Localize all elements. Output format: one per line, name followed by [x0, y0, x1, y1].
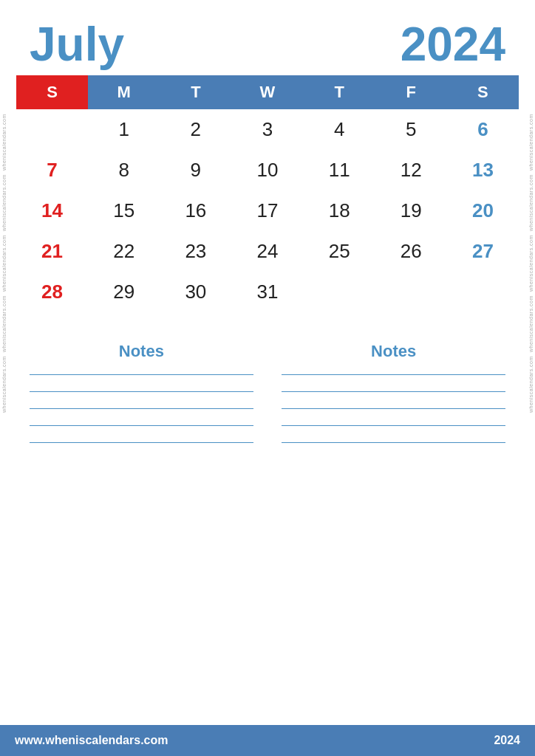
notes-line-l1 — [30, 374, 253, 375]
side-text-right: wheniscalendars.com wheniscalendars.com … — [528, 112, 534, 415]
footer: www.wheniscalendars.com 2024 — [0, 725, 535, 756]
side-week-r5: wheniscalendars.com — [528, 354, 534, 415]
calendar-page: July 2024 wheniscalendars.com wheniscale… — [0, 0, 535, 756]
day-6: 6 — [447, 109, 519, 150]
day-9: 9 — [160, 150, 231, 190]
day-23: 23 — [160, 231, 231, 272]
week-row-4: 21 22 23 24 25 26 27 — [16, 231, 519, 272]
notes-label-left: Notes — [30, 342, 253, 361]
notes-line-r4 — [282, 425, 505, 426]
day-header-row: S M T W T F S — [16, 75, 519, 109]
day-empty-4 — [447, 272, 519, 312]
day-31: 31 — [231, 272, 303, 312]
header-saturday: S — [447, 75, 519, 109]
day-28: 28 — [16, 272, 88, 312]
day-27: 27 — [447, 231, 519, 272]
day-empty — [16, 109, 88, 150]
day-3: 3 — [231, 109, 303, 150]
week-row-5: 28 29 30 31 — [16, 272, 519, 312]
header: July 2024 — [0, 0, 535, 75]
day-21: 21 — [16, 231, 88, 272]
side-text-left: wheniscalendars.com wheniscalendars.com … — [1, 112, 7, 415]
day-2: 2 — [160, 109, 231, 150]
notes-column-left: Notes — [30, 342, 253, 725]
day-25: 25 — [304, 231, 375, 272]
side-week-r3: wheniscalendars.com — [528, 233, 534, 294]
notes-label-right: Notes — [282, 342, 505, 361]
footer-year: 2024 — [494, 734, 520, 747]
day-12: 12 — [375, 150, 447, 190]
day-13: 13 — [447, 150, 519, 190]
header-tuesday: T — [160, 75, 231, 109]
notes-line-r2 — [282, 391, 505, 392]
side-week-3: wheniscalendars.com — [1, 233, 7, 294]
notes-column-right: Notes — [282, 342, 505, 725]
header-sunday: S — [16, 75, 88, 109]
day-14: 14 — [16, 190, 88, 231]
notes-section: Notes Notes — [0, 327, 535, 725]
month-title: July — [30, 21, 124, 68]
day-1: 1 — [88, 109, 160, 150]
year-title: 2024 — [401, 21, 505, 68]
notes-line-l4 — [30, 425, 253, 426]
day-22: 22 — [88, 231, 160, 272]
notes-line-r1 — [282, 374, 505, 375]
week-row-1: 1 2 3 4 5 6 — [16, 109, 519, 150]
day-7: 7 — [16, 150, 88, 190]
day-empty-3 — [375, 272, 447, 312]
day-19: 19 — [375, 190, 447, 231]
calendar-table: S M T W T F S 1 2 3 4 5 6 — [16, 75, 519, 312]
side-week-r2: wheniscalendars.com — [528, 173, 534, 233]
header-wednesday: W — [231, 75, 303, 109]
day-20: 20 — [447, 190, 519, 231]
day-30: 30 — [160, 272, 231, 312]
day-29: 29 — [88, 272, 160, 312]
calendar-wrapper: wheniscalendars.com wheniscalendars.com … — [0, 75, 535, 312]
day-16: 16 — [160, 190, 231, 231]
notes-line-r5 — [282, 442, 505, 443]
day-17: 17 — [231, 190, 303, 231]
day-26: 26 — [375, 231, 447, 272]
week-row-3: 14 15 16 17 18 19 20 — [16, 190, 519, 231]
day-4: 4 — [304, 109, 375, 150]
side-week-r4: wheniscalendars.com — [528, 294, 534, 354]
week-row-2: 7 8 9 10 11 12 13 — [16, 150, 519, 190]
notes-line-l5 — [30, 442, 253, 443]
day-11: 11 — [304, 150, 375, 190]
notes-line-r3 — [282, 408, 505, 409]
day-10: 10 — [231, 150, 303, 190]
header-monday: M — [88, 75, 160, 109]
calendar-body: 1 2 3 4 5 6 7 8 9 10 11 12 13 — [16, 109, 519, 312]
day-5: 5 — [375, 109, 447, 150]
day-empty-2 — [304, 272, 375, 312]
header-friday: F — [375, 75, 447, 109]
day-8: 8 — [88, 150, 160, 190]
header-thursday: T — [304, 75, 375, 109]
notes-line-l3 — [30, 408, 253, 409]
side-week-4: wheniscalendars.com — [1, 294, 7, 354]
side-week-1: wheniscalendars.com — [1, 112, 7, 173]
day-15: 15 — [88, 190, 160, 231]
day-24: 24 — [231, 231, 303, 272]
side-week-r1: wheniscalendars.com — [528, 112, 534, 173]
footer-website: www.wheniscalendars.com — [15, 734, 168, 747]
side-week-2: wheniscalendars.com — [1, 173, 7, 233]
side-week-5: wheniscalendars.com — [1, 354, 7, 415]
notes-line-l2 — [30, 391, 253, 392]
day-18: 18 — [304, 190, 375, 231]
